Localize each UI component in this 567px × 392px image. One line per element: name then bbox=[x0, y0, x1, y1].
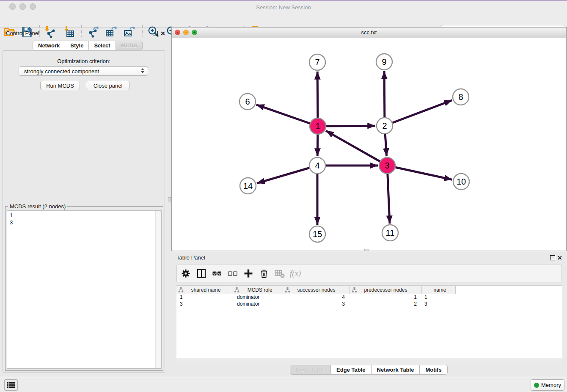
tab-node-table[interactable]: Node Table bbox=[290, 365, 331, 374]
node-label-2: 2 bbox=[382, 121, 387, 130]
criterion-select[interactable]: strongly connected component bbox=[19, 66, 148, 76]
tab-mcds[interactable]: MCDS bbox=[116, 41, 142, 50]
table-cell: 3 bbox=[176, 301, 232, 308]
memory-button[interactable]: Memory bbox=[531, 379, 564, 391]
tab-edge-table[interactable]: Edge Table bbox=[331, 365, 371, 374]
sitemap-icon bbox=[178, 287, 184, 294]
node-label-14: 14 bbox=[243, 181, 253, 190]
mcds-result-group: MCDS result (2 nodes) 1 3 bbox=[5, 206, 163, 371]
application-window: Session: New Session bbox=[0, 0, 567, 392]
edge-2-8[interactable] bbox=[385, 100, 452, 126]
edge-1-6[interactable] bbox=[256, 105, 318, 126]
table-hscrollbar[interactable] bbox=[176, 358, 562, 364]
node-label-1: 1 bbox=[315, 121, 320, 131]
column-header-mcds-role[interactable]: MCDS role bbox=[232, 286, 283, 294]
vertical-splitter-handle[interactable] bbox=[168, 197, 171, 202]
optimization-criterion-label: Optimization criterion: bbox=[0, 58, 168, 64]
table-cell: dominator bbox=[232, 301, 283, 308]
column-header-predecessor-nodes[interactable]: predecessor nodes bbox=[350, 286, 422, 294]
node-label-3: 3 bbox=[385, 161, 389, 170]
node-label-10: 10 bbox=[457, 177, 466, 186]
function-builder-icon: f(x) bbox=[290, 268, 301, 279]
network-canvas[interactable]: 7968124314101511 bbox=[172, 38, 566, 251]
edge-3-10[interactable] bbox=[387, 166, 452, 179]
app-titlebar: Session: New Session bbox=[0, 1, 567, 12]
table-header-row: shared name MCDS role successor nodes pr… bbox=[176, 286, 562, 294]
network-window-titlebar[interactable]: x – + scc.txt bbox=[172, 28, 566, 38]
mcds-result-title: MCDS result (2 nodes) bbox=[8, 203, 67, 210]
tab-style[interactable]: Style bbox=[65, 41, 89, 50]
table-cell: 1 bbox=[350, 294, 422, 301]
column-header-name[interactable]: name bbox=[422, 286, 456, 294]
close-panel-button[interactable]: Close panel bbox=[86, 81, 130, 90]
list-icon bbox=[7, 382, 15, 388]
select-chevrons-icon bbox=[141, 68, 144, 73]
edge-3-11[interactable] bbox=[387, 166, 390, 224]
node-label-11: 11 bbox=[386, 228, 395, 237]
node-table-body: 1dominator4113dominator323 bbox=[176, 294, 562, 308]
sitemap-icon bbox=[285, 287, 290, 294]
node-label-8: 8 bbox=[458, 92, 463, 102]
network-graph[interactable]: 7968124314101511 bbox=[172, 38, 566, 251]
node-label-15: 15 bbox=[313, 229, 322, 239]
control-panel-tabs: Network Style Select MCDS bbox=[33, 41, 143, 50]
mcds-result-textarea[interactable]: 1 3 bbox=[7, 210, 162, 369]
column-header-shared-name[interactable]: shared name bbox=[176, 286, 232, 294]
table-settings-icon[interactable] bbox=[180, 268, 191, 279]
node-label-4: 4 bbox=[315, 161, 319, 170]
table-cell: 2 bbox=[350, 301, 422, 308]
mcds-result-text: 1 3 bbox=[10, 212, 161, 226]
table-cell: 1 bbox=[422, 294, 456, 301]
unselect-all-icon[interactable] bbox=[227, 268, 238, 279]
horizontal-splitter-handle[interactable] bbox=[364, 249, 369, 251]
control-panel-title: Control Panel bbox=[6, 30, 39, 36]
node-label-6: 6 bbox=[245, 97, 250, 106]
node-label-9: 9 bbox=[382, 57, 386, 66]
table-cell: 3 bbox=[283, 301, 350, 308]
tab-network[interactable]: Network bbox=[33, 41, 65, 50]
memory-label: Memory bbox=[541, 382, 561, 388]
network-view-window: x – + scc.txt 7968124314101511 bbox=[171, 27, 567, 251]
table-tabs: Node Table Edge Table Network Table Moti… bbox=[290, 365, 448, 375]
close-table-panel-icon[interactable]: ✕ bbox=[557, 255, 562, 260]
edge-1-2[interactable] bbox=[318, 126, 375, 126]
node-table: shared name MCDS role successor nodes pr… bbox=[176, 285, 562, 358]
table-row[interactable]: 3dominator323 bbox=[176, 301, 562, 308]
float-panel-icon[interactable] bbox=[153, 31, 158, 36]
sitemap-icon bbox=[352, 287, 357, 294]
table-row[interactable]: 1dominator411 bbox=[176, 294, 562, 301]
table-cell: dominator bbox=[232, 294, 283, 301]
tab-select[interactable]: Select bbox=[89, 41, 116, 50]
control-panel-header: Control Panel ✕ bbox=[0, 27, 168, 39]
table-cell: 3 bbox=[422, 301, 456, 308]
edge-4-14[interactable] bbox=[257, 166, 317, 183]
float-table-panel-icon[interactable] bbox=[550, 255, 555, 260]
network-window-title: scc.txt bbox=[172, 29, 566, 36]
status-bar bbox=[0, 377, 567, 392]
close-panel-icon[interactable]: ✕ bbox=[160, 31, 165, 36]
table-cell: 4 bbox=[283, 294, 350, 301]
table-cell: 1 bbox=[176, 294, 232, 301]
run-mcds-button[interactable]: Run MCDS bbox=[40, 81, 80, 90]
node-label-7: 7 bbox=[315, 58, 319, 67]
split-columns-icon[interactable] bbox=[196, 268, 207, 279]
delete-rows-icon[interactable] bbox=[259, 268, 270, 279]
select-all-icon[interactable] bbox=[212, 268, 223, 279]
table-panel-title: Table Panel bbox=[176, 254, 205, 261]
app-title: Session: New Session bbox=[0, 4, 567, 11]
criterion-value: strongly connected component bbox=[24, 68, 99, 75]
table-panel: Table Panel ✕ f(x) bbox=[171, 251, 567, 377]
main-toolbar bbox=[0, 12, 567, 28]
task-history-button[interactable] bbox=[4, 379, 18, 391]
sitemap-icon bbox=[234, 287, 239, 294]
result-scrollbar[interactable] bbox=[155, 211, 161, 368]
tab-motifs[interactable]: Motifs bbox=[420, 365, 447, 374]
table-toolbar: f(x) bbox=[176, 265, 562, 282]
edge-3-1[interactable] bbox=[326, 131, 387, 166]
tab-network-table[interactable]: Network Table bbox=[372, 365, 420, 374]
memory-status-dot bbox=[534, 383, 539, 388]
delete-table-icon bbox=[274, 268, 285, 279]
column-header-successor-nodes[interactable]: successor nodes bbox=[283, 286, 350, 294]
add-row-icon[interactable] bbox=[243, 268, 254, 279]
